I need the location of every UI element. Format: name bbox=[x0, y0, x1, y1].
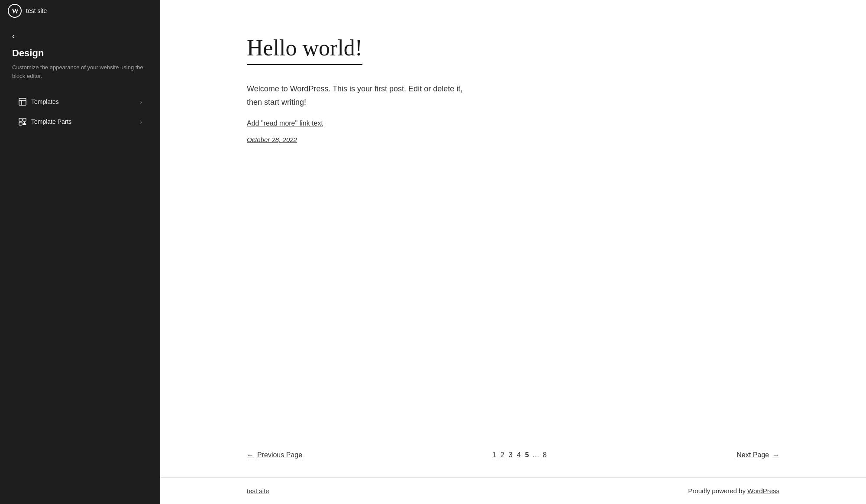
post-date[interactable]: October 28, 2022 bbox=[247, 136, 297, 143]
svg-rect-6 bbox=[23, 118, 26, 121]
topbar: W test site bbox=[0, 0, 160, 22]
content-area: Hello world! Welcome to WordPress. This … bbox=[160, 0, 550, 416]
template-parts-label: Template Parts bbox=[31, 118, 71, 125]
page-number-2[interactable]: 2 bbox=[499, 450, 506, 460]
next-page-button[interactable]: Next Page → bbox=[737, 451, 779, 459]
template-parts-icon bbox=[18, 117, 27, 126]
pagination: ← Previous Page 1 2 3 4 5 … 8 Next Page … bbox=[160, 433, 866, 477]
sidebar: W test site ‹ Design Customize the appea… bbox=[0, 0, 160, 504]
next-page-label: Next Page bbox=[737, 451, 769, 459]
templates-label: Templates bbox=[31, 98, 59, 105]
previous-page-button[interactable]: ← Previous Page bbox=[247, 451, 302, 459]
post-excerpt: Welcome to WordPress. This is your first… bbox=[247, 82, 472, 109]
page-ellipsis: … bbox=[531, 450, 540, 460]
previous-page-label: Previous Page bbox=[257, 451, 302, 459]
main-content: Hello world! Welcome to WordPress. This … bbox=[160, 0, 866, 504]
main-footer: test site Proudly powered by WordPress bbox=[160, 477, 866, 504]
page-number-5-current[interactable]: 5 bbox=[523, 450, 531, 460]
site-name-label: test site bbox=[26, 7, 47, 14]
read-more-link[interactable]: Add "read more" link text bbox=[247, 120, 472, 127]
back-arrow-icon: ‹ bbox=[12, 32, 15, 40]
footer-powered-text: Proudly powered by WordPress bbox=[688, 487, 779, 494]
page-number-4[interactable]: 4 bbox=[515, 450, 523, 460]
sidebar-description: Customize the appearance of your website… bbox=[12, 63, 148, 80]
template-parts-chevron-icon: › bbox=[140, 118, 142, 125]
sidebar-item-templates[interactable]: Templates › bbox=[12, 92, 148, 111]
sidebar-title: Design bbox=[12, 48, 148, 59]
page-number-8[interactable]: 8 bbox=[541, 450, 548, 460]
sidebar-body: ‹ Design Customize the appearance of you… bbox=[0, 22, 160, 504]
post-title: Hello world! bbox=[247, 35, 362, 65]
pagination-numbers: 1 2 3 4 5 … 8 bbox=[491, 450, 548, 460]
page-number-1[interactable]: 1 bbox=[491, 450, 498, 460]
svg-rect-2 bbox=[19, 98, 26, 105]
back-button[interactable]: ‹ bbox=[12, 32, 15, 40]
sidebar-nav: Templates › Template Parts bbox=[12, 92, 148, 131]
page-number-3[interactable]: 3 bbox=[507, 450, 514, 460]
svg-rect-7 bbox=[19, 122, 22, 125]
prev-arrow-icon: ← bbox=[247, 451, 254, 459]
footer-wordpress-link[interactable]: WordPress bbox=[747, 487, 779, 494]
templates-chevron-icon: › bbox=[140, 98, 142, 105]
svg-rect-5 bbox=[19, 118, 22, 121]
footer-site-link[interactable]: test site bbox=[247, 487, 269, 494]
templates-icon bbox=[18, 97, 27, 106]
svg-text:W: W bbox=[12, 7, 19, 15]
sidebar-item-template-parts[interactable]: Template Parts › bbox=[12, 112, 148, 131]
next-arrow-icon: → bbox=[772, 451, 779, 459]
wordpress-logo: W bbox=[8, 4, 22, 18]
